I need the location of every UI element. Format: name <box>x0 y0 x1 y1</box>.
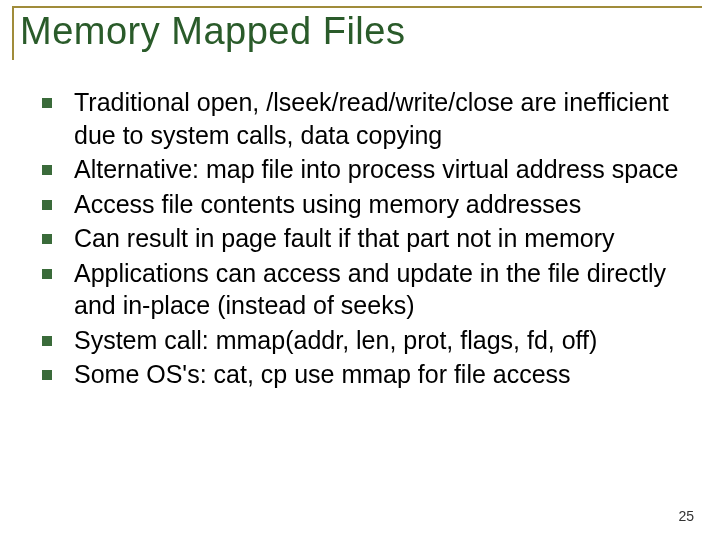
bullet-icon <box>42 165 52 175</box>
bullet-text: Traditional open, /lseek/read/write/clos… <box>74 86 692 151</box>
bullet-icon <box>42 234 52 244</box>
bullet-icon <box>42 269 52 279</box>
bullet-icon <box>42 336 52 346</box>
bullet-text: Applications can access and update in th… <box>74 257 692 322</box>
slide: Memory Mapped Files Traditional open, /l… <box>0 0 720 540</box>
list-item: Access file contents using memory addres… <box>36 188 692 221</box>
bullet-list: Traditional open, /lseek/read/write/clos… <box>36 86 692 391</box>
slide-body: Traditional open, /lseek/read/write/clos… <box>36 86 692 393</box>
bullet-icon <box>42 98 52 108</box>
bullet-text: Some OS's: cat, cp use mmap for file acc… <box>74 358 692 391</box>
slide-title: Memory Mapped Files <box>20 8 702 54</box>
list-item: System call: mmap(addr, len, prot, flags… <box>36 324 692 357</box>
bullet-text: Alternative: map file into process virtu… <box>74 153 692 186</box>
list-item: Traditional open, /lseek/read/write/clos… <box>36 86 692 151</box>
bullet-text: Can result in page fault if that part no… <box>74 222 692 255</box>
list-item: Can result in page fault if that part no… <box>36 222 692 255</box>
page-number: 25 <box>678 508 694 524</box>
bullet-icon <box>42 200 52 210</box>
bullet-icon <box>42 370 52 380</box>
list-item: Alternative: map file into process virtu… <box>36 153 692 186</box>
bullet-text: Access file contents using memory addres… <box>74 188 692 221</box>
title-container: Memory Mapped Files <box>12 6 702 60</box>
list-item: Some OS's: cat, cp use mmap for file acc… <box>36 358 692 391</box>
bullet-text: System call: mmap(addr, len, prot, flags… <box>74 324 692 357</box>
list-item: Applications can access and update in th… <box>36 257 692 322</box>
